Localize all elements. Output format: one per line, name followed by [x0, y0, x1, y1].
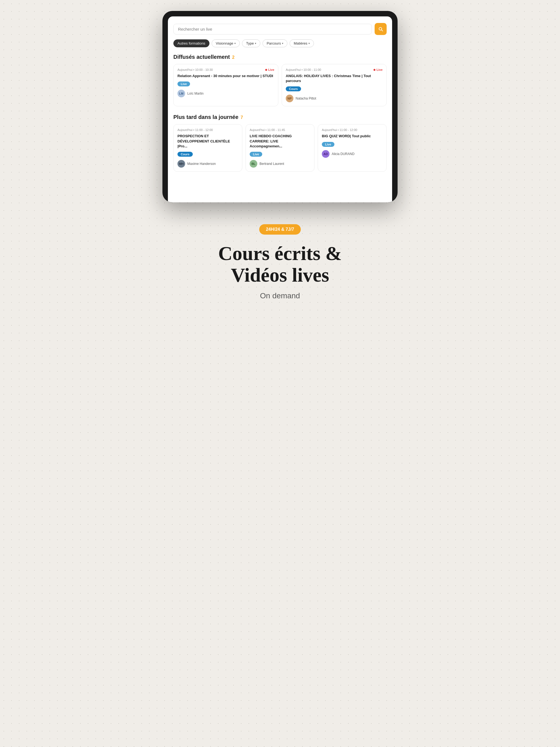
live-dot: [374, 69, 376, 71]
card-tag: Live: [250, 152, 262, 157]
filter-matieres[interactable]: Matières ▾: [289, 40, 314, 47]
filter-row: Autres formations Visionnage ▾ Type ▾ Pa…: [173, 40, 387, 47]
live-dot: [265, 69, 267, 71]
card-author: MH Maxime Handerson: [177, 160, 238, 168]
card-tag: Cours: [286, 86, 301, 91]
card-relation-apprenant[interactable]: Aujourd'hui • 10:00 - 10:30 Live Relatio…: [173, 64, 278, 106]
section-title-plus-tard: Plus tard dans la journée: [173, 114, 238, 120]
card-author: AD Alicia DURAND: [322, 150, 383, 158]
plus-tard-cards-row: Aujourd'hui • 11:00 - 12:00 PROSPECTION …: [173, 124, 387, 172]
sub-heading: On demand: [168, 291, 392, 300]
search-button[interactable]: [375, 23, 387, 35]
section-count-diffuses: 2: [232, 55, 235, 60]
card-title: ANGLAIS: HOLIDAY LIVES : Christmas Time …: [286, 74, 383, 83]
card-author: NP Natacha Pittot: [286, 95, 383, 102]
chevron-down-icon: ▾: [308, 42, 310, 45]
card-prospection[interactable]: Aujourd'hui • 11:00 - 12:00 PROSPECTION …: [173, 124, 242, 172]
section-count-plus-tard: 7: [240, 115, 243, 120]
chevron-down-icon: ▾: [255, 42, 256, 45]
avatar: BL: [250, 160, 257, 168]
search-input[interactable]: [173, 24, 372, 34]
card-time: Aujourd'hui • 10:00 - 10:30: [177, 68, 213, 71]
card-anglais-holiday[interactable]: Aujourd'hui • 10:00 - 11:00 Live ANGLAIS…: [282, 64, 387, 106]
section-header-diffuses: Diffusés actuellement 2: [173, 54, 387, 60]
filter-parcours[interactable]: Parcours ▾: [262, 40, 287, 47]
card-live-hebdo[interactable]: Aujourd'hui • 11:00 - 11:45 LIVE HEBDO C…: [246, 124, 314, 172]
card-big-quiz[interactable]: Aujourd'hui • 11:00 - 12:00 BIG QUIZ WOR…: [318, 124, 387, 172]
card-title: PROSPECTION ET DÉVELOPPEMENT CLIENTÈLE |…: [177, 134, 238, 149]
card-tag: Live: [322, 142, 334, 147]
card-author: LM Loïc Martin: [177, 90, 274, 97]
chevron-down-icon: ▾: [234, 42, 236, 45]
card-time: Aujourd'hui • 11:00 - 12:00: [322, 128, 357, 131]
filter-autres-formations[interactable]: Autres formations: [173, 40, 209, 47]
filter-visionnage[interactable]: Visionnage ▾: [212, 40, 240, 47]
card-title: BIG QUIZ WORD| Tout public: [322, 134, 383, 138]
bottom-section: 24H/24 & 7J/7 Cours écrits & Vidéos live…: [157, 202, 403, 317]
card-tag: Cours: [177, 152, 193, 157]
card-time: Aujourd'hui • 11:00 - 11:45: [250, 128, 285, 131]
search-icon: [378, 26, 383, 32]
filter-type[interactable]: Type ▾: [242, 40, 260, 47]
card-author: BL Bertrand Laurent: [250, 160, 310, 168]
tablet-frame: Autres formations Visionnage ▾ Type ▾ Pa…: [162, 11, 398, 202]
avatar: LM: [177, 90, 185, 97]
live-indicator: Live: [374, 68, 383, 71]
card-time: Aujourd'hui • 10:00 - 11:00: [286, 68, 321, 71]
card-title: Relation Apprenant - 30 minutes pour se …: [177, 74, 274, 78]
chevron-down-icon: ▾: [282, 42, 283, 45]
avatar: MH: [177, 160, 185, 168]
card-time: Aujourd'hui • 11:00 - 12:00: [177, 128, 213, 131]
live-indicator: Live: [265, 68, 274, 71]
avatar: AD: [322, 150, 330, 158]
tablet-screen: Autres formations Visionnage ▾ Type ▾ Pa…: [168, 17, 392, 202]
section-header-plus-tard: Plus tard dans la journée 7: [173, 114, 387, 120]
main-heading: Cours écrits & Vidéos lives: [168, 243, 392, 286]
diffuses-cards-row: Aujourd'hui • 10:00 - 10:30 Live Relatio…: [173, 64, 387, 106]
avatar: NP: [286, 95, 294, 102]
section-title-diffuses: Diffusés actuellement: [173, 54, 230, 60]
badge-pill: 24H/24 & 7J/7: [259, 224, 301, 235]
card-title: LIVE HEBDO COACHING CARRIERE: LIVE Accom…: [250, 134, 310, 149]
search-row: [173, 23, 387, 35]
card-tag: Live: [177, 81, 190, 86]
search-input-wrapper: [173, 24, 372, 34]
